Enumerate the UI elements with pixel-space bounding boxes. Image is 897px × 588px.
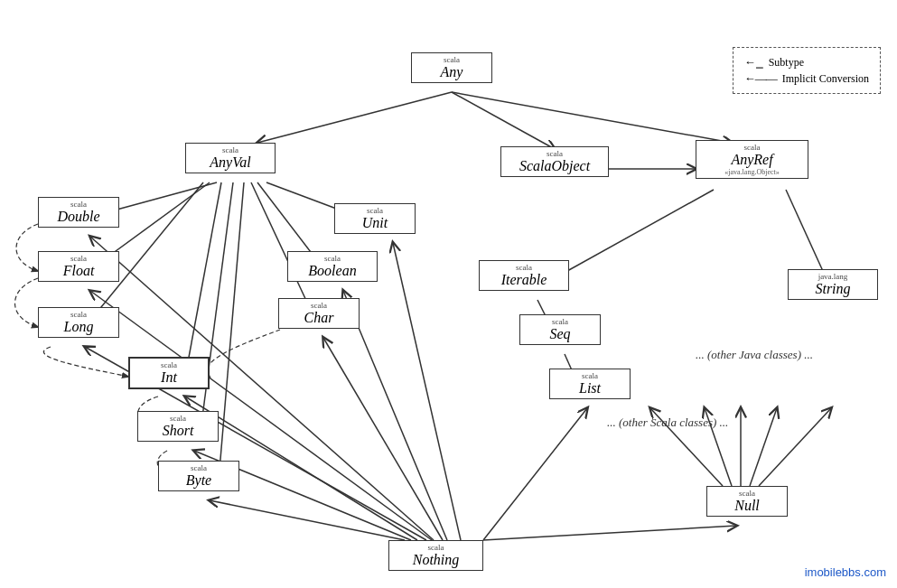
node-any: scala Any — [411, 52, 492, 83]
svg-line-26 — [393, 243, 461, 540]
label-unit: Unit — [341, 215, 409, 231]
svg-line-25 — [323, 338, 443, 540]
node-string: java.lang String — [788, 269, 878, 300]
pkg-nothing: scala — [395, 543, 477, 552]
label-double: Double — [44, 209, 113, 225]
svg-line-14 — [551, 190, 714, 280]
pkg-long: scala — [44, 310, 113, 319]
node-byte: scala Byte — [158, 461, 239, 491]
pkg-seq: scala — [526, 317, 594, 326]
svg-line-3 — [452, 92, 555, 149]
other-java-classes: ... (other Java classes) ... — [696, 348, 813, 362]
svg-line-23 — [210, 500, 405, 540]
label-null: Null — [713, 498, 781, 514]
watermark: imobilebbs.com — [805, 565, 886, 579]
svg-line-27 — [483, 408, 587, 540]
label-byte: Byte — [164, 472, 233, 489]
pkg-int: scala — [135, 360, 202, 369]
node-boolean: scala Boolean — [287, 251, 378, 282]
svg-line-28 — [483, 526, 736, 540]
pkg-anyref: scala — [702, 143, 802, 152]
label-nothing: Nothing — [395, 552, 477, 568]
node-null: scala Null — [706, 486, 788, 517]
svg-line-2 — [452, 92, 732, 143]
pkg-float: scala — [44, 254, 113, 263]
implicit-arrow-icon: ←―― — [744, 71, 777, 86]
pkg-any: scala — [417, 55, 486, 64]
pkg-double: scala — [44, 200, 113, 209]
pkg-iterable: scala — [485, 263, 563, 272]
node-nothing: scala Nothing — [388, 540, 483, 571]
label-any: Any — [417, 64, 486, 80]
svg-line-9 — [201, 182, 233, 431]
label-scalaobject: ScalaObject — [507, 158, 603, 174]
label-string: String — [794, 281, 872, 297]
svg-line-10 — [219, 182, 244, 481]
pkg-char: scala — [285, 301, 353, 310]
legend-implicit-label: Implicit Conversion — [782, 72, 869, 86]
subtype-arrow-icon: ←⎯ — [744, 55, 763, 70]
label-long: Long — [44, 319, 113, 335]
label-int: Int — [135, 369, 202, 386]
node-scalaobject: scala ScalaObject — [500, 146, 609, 177]
other-scala-classes: ... (other Scala classes) ... — [607, 415, 728, 430]
label-seq: Seq — [526, 326, 594, 342]
svg-line-33 — [759, 408, 831, 486]
node-unit: scala Unit — [334, 203, 416, 234]
legend-implicit: ←―― Implicit Conversion — [744, 71, 869, 86]
label-iterable: Iterable — [485, 272, 563, 288]
legend-subtype-label: Subtype — [769, 56, 804, 70]
legend: ←⎯ Subtype ←―― Implicit Conversion — [733, 47, 881, 94]
node-anyval: scala AnyVal — [185, 143, 276, 173]
node-list: scala List — [549, 369, 631, 399]
node-iterable: scala Iterable — [479, 260, 569, 291]
node-anyref: scala AnyRef «java.lang.Object» — [696, 140, 808, 179]
node-char: scala Char — [278, 298, 360, 329]
label-short: Short — [144, 423, 212, 439]
node-short: scala Short — [137, 411, 219, 442]
label-boolean: Boolean — [294, 263, 371, 279]
pkg-byte: scala — [164, 463, 233, 472]
pkg-anyval: scala — [192, 145, 269, 154]
svg-line-1 — [257, 92, 452, 143]
node-float: scala Float — [38, 251, 119, 282]
node-long: scala Long — [38, 307, 119, 338]
label-float: Float — [44, 263, 113, 279]
svg-line-30 — [750, 408, 777, 486]
label-char: Char — [285, 310, 353, 326]
label-anyref: AnyRef — [702, 152, 802, 168]
node-double: scala Double — [38, 197, 119, 228]
node-int: scala Int — [128, 357, 210, 389]
legend-subtype: ←⎯ Subtype — [744, 55, 869, 70]
pkg-boolean: scala — [294, 254, 371, 263]
node-seq: scala Seq — [519, 314, 601, 345]
label-list: List — [556, 380, 624, 397]
label-anyval: AnyVal — [192, 154, 269, 171]
pkg-string: java.lang — [794, 272, 872, 281]
sub-anyref: «java.lang.Object» — [702, 168, 802, 176]
pkg-null: scala — [713, 489, 781, 498]
pkg-short: scala — [144, 414, 212, 423]
pkg-list: scala — [556, 371, 624, 380]
pkg-unit: scala — [341, 206, 409, 215]
pkg-scalaobject: scala — [507, 149, 603, 158]
